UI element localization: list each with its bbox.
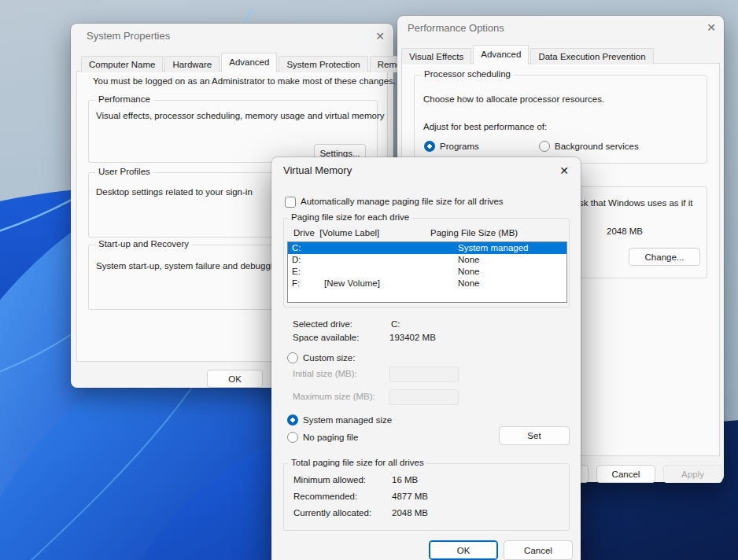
paging-file-group: Paging file size for each drive Drive [V… [283, 218, 570, 308]
tab-advanced[interactable]: Advanced [473, 45, 529, 64]
drive-row-d[interactable]: D: None [288, 254, 566, 266]
auto-manage-checkbox-label: Automatically manage paging file size fo… [301, 197, 504, 206]
close-icon[interactable]: ✕ [373, 29, 387, 43]
virtual-memory-window: Virtual Memory ✕ Automatically manage pa… [271, 157, 581, 560]
drive-column-header: Drive [Volume Label] [293, 228, 379, 238]
paging-file-group-label: Paging file size for each drive [288, 212, 412, 222]
ok-button[interactable]: OK [429, 540, 498, 560]
adjust-performance-label: Adjust for best performance of: [423, 122, 547, 131]
custom-size-radio-label: Custom size: [303, 353, 355, 363]
minimum-allowed-value: 16 MB [392, 475, 418, 484]
selected-drive-label: Selected drive: [293, 319, 352, 329]
total-paging-group-label: Total paging file size for all drives [288, 458, 427, 467]
recommended-value: 4877 MB [392, 492, 428, 501]
tab-computer-name[interactable]: Computer Name [81, 56, 163, 72]
cancel-button[interactable]: Cancel [596, 465, 655, 483]
tab-visual-effects[interactable]: Visual Effects [401, 48, 471, 64]
virtual-memory-clipped-description: sk that Windows uses as if it [579, 198, 692, 208]
space-available-label: Space available: [293, 333, 359, 342]
custom-size-radio[interactable] [287, 352, 298, 363]
window-title: System Properties [87, 30, 170, 42]
background-services-radio[interactable] [539, 141, 550, 152]
no-paging-file-radio[interactable] [287, 432, 298, 443]
programs-radio[interactable] [424, 141, 435, 152]
no-paging-file-radio-label: No paging file [303, 433, 358, 442]
apply-button: Apply [663, 465, 722, 483]
set-button[interactable]: Set [499, 426, 570, 445]
system-managed-radio[interactable] [287, 414, 298, 426]
drive-row-f[interactable]: F: [New Volume] None [288, 278, 566, 289]
programs-radio-label: Programs [440, 142, 479, 151]
initial-size-input [389, 367, 459, 382]
tab-system-protection[interactable]: System Protection [279, 56, 367, 72]
change-button[interactable]: Change... [629, 248, 700, 266]
drive-row-c[interactable]: C: System managed [288, 242, 566, 254]
window-title: Virtual Memory [283, 164, 352, 176]
admin-note: You must be logged on as an Administrato… [93, 76, 396, 86]
auto-manage-checkbox[interactable] [285, 197, 296, 208]
background-services-radio-label: Background services [555, 142, 639, 151]
maximum-size-label: Maximum size (MB): [293, 392, 375, 401]
performance-group: Performance Visual effects, processor sc… [88, 100, 378, 163]
maximum-size-input [389, 389, 459, 405]
startup-recovery-group-label: Start-up and Recovery [95, 239, 192, 249]
tab-data-execution-prevention[interactable]: Data Execution Prevention [530, 48, 653, 64]
recommended-label: Recommended: [293, 492, 357, 501]
processor-scheduling-group: Processor scheduling Choose how to alloc… [414, 75, 707, 164]
total-paging-group: Total paging file size for all drives Mi… [283, 463, 570, 531]
currently-allocated-value: 2048 MB [392, 508, 428, 518]
processor-scheduling-group-label: Processor scheduling [421, 69, 514, 79]
size-column-header: Paging File Size (MB) [430, 228, 518, 238]
drive-row-e[interactable]: E: None [288, 266, 566, 278]
drive-list[interactable]: C: System managed D: None E: None F: [Ne… [287, 241, 567, 303]
selected-drive-value: C: [391, 319, 400, 329]
initial-size-label: Initial size (MB): [293, 369, 357, 378]
ok-button[interactable]: OK [207, 370, 263, 388]
window-title: Performance Options [408, 22, 504, 34]
performance-description: Visual effects, processor scheduling, me… [96, 111, 384, 120]
total-paging-value: 2048 MB [607, 227, 643, 236]
minimum-allowed-label: Minimum allowed: [293, 475, 366, 484]
tab-advanced[interactable]: Advanced [221, 53, 277, 72]
processor-scheduling-description: Choose how to allocate processor resourc… [423, 94, 604, 104]
close-icon[interactable]: ✕ [557, 164, 571, 178]
system-managed-radio-label: System managed size [303, 415, 392, 425]
user-profiles-group-label: User Profiles [95, 167, 153, 176]
desktop: System Properties ✕ Computer Name Hardwa… [0, 0, 738, 560]
currently-allocated-label: Currently allocated: [293, 508, 371, 518]
tab-hardware[interactable]: Hardware [164, 56, 220, 72]
performance-group-label: Performance [95, 94, 153, 104]
close-icon[interactable]: ✕ [704, 20, 718, 35]
startup-recovery-description: System start-up, system failure and debu… [96, 261, 285, 271]
space-available-value: 193402 MB [389, 333, 436, 342]
tab-strip: Visual Effects Advanced Data Execution P… [401, 45, 655, 64]
cancel-button[interactable]: Cancel [504, 540, 573, 560]
user-profiles-description: Desktop settings related to your sign-in [96, 187, 253, 197]
tab-strip: Computer Name Hardware Advanced System P… [81, 53, 419, 72]
